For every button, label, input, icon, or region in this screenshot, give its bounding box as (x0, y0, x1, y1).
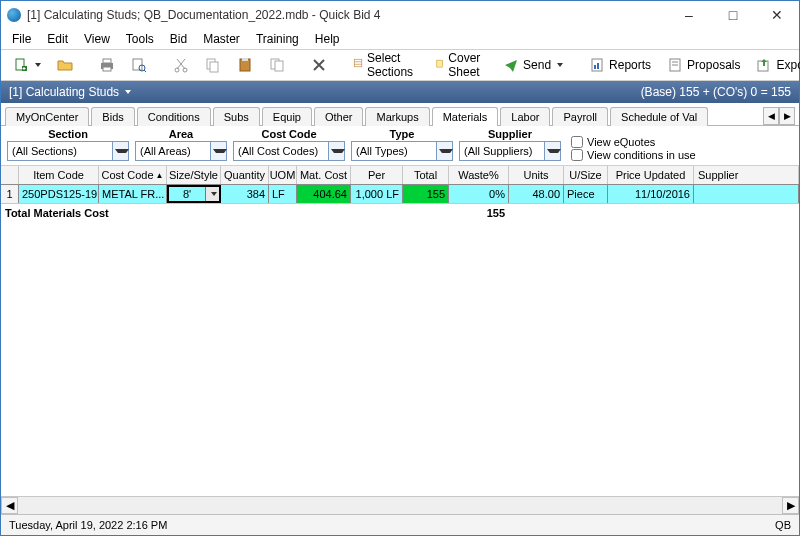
proposals-label: Proposals (687, 58, 740, 72)
cell-units[interactable]: 48.00 (509, 185, 564, 203)
select-sections-button[interactable]: Select Sections (347, 48, 425, 82)
menu-help[interactable]: Help (308, 30, 347, 48)
tab-labor[interactable]: Labor (500, 107, 550, 126)
filter-type-combo[interactable]: (All Types) (351, 141, 453, 161)
svg-rect-3 (103, 59, 111, 63)
tab-payroll[interactable]: Payroll (552, 107, 608, 126)
menu-training[interactable]: Training (249, 30, 306, 48)
row-number: 1 (1, 185, 19, 203)
cut-button[interactable] (167, 54, 195, 76)
col-price-updated[interactable]: Price Updated (608, 166, 694, 184)
col-size-style[interactable]: Size/Style (167, 166, 221, 184)
col-cost-code[interactable]: Cost Code▲ (99, 166, 167, 184)
cover-sheet-icon (435, 57, 444, 73)
tab-schedule-of-values[interactable]: Schedule of Val (610, 107, 708, 126)
chevron-down-icon[interactable] (210, 142, 226, 160)
cell-per[interactable]: 1,000 LF (351, 185, 403, 203)
tab-bids[interactable]: Bids (91, 107, 134, 126)
cell-uom[interactable]: LF (269, 185, 297, 203)
cell-mat-cost[interactable]: 404.64 (297, 185, 351, 203)
menu-view[interactable]: View (77, 30, 117, 48)
sections-icon (353, 57, 363, 73)
new-button[interactable] (7, 54, 47, 76)
tab-other[interactable]: Other (314, 107, 364, 126)
exports-button[interactable]: Exports (750, 54, 800, 76)
proposals-button[interactable]: Proposals (661, 54, 746, 76)
sort-asc-icon: ▲ (156, 171, 164, 180)
duplicate-button[interactable] (263, 54, 291, 76)
col-units[interactable]: Units (509, 166, 564, 184)
tab-materials[interactable]: Materials (432, 107, 499, 126)
menu-master[interactable]: Master (196, 30, 247, 48)
svg-line-7 (144, 70, 146, 72)
col-waste[interactable]: Waste% (449, 166, 509, 184)
menu-bid[interactable]: Bid (163, 30, 194, 48)
horizontal-scrollbar[interactable]: ◀ ▶ (1, 496, 799, 514)
col-total[interactable]: Total (403, 166, 449, 184)
maximize-button[interactable]: □ (711, 1, 755, 29)
bid-total-summary: (Base) 155 + (CO's) 0 = 155 (641, 85, 791, 99)
cover-sheet-button[interactable]: Cover Sheet (429, 48, 493, 82)
menu-file[interactable]: File (5, 30, 38, 48)
menu-edit[interactable]: Edit (40, 30, 75, 48)
tab-scroll-left[interactable]: ◀ (763, 107, 779, 125)
cell-supplier[interactable] (694, 185, 799, 203)
cell-price-updated[interactable]: 11/10/2016 (608, 185, 694, 203)
cell-total[interactable]: 155 (403, 185, 449, 203)
bid-summary-bar: [1] Calculating Studs (Base) 155 + (CO's… (1, 81, 799, 103)
paste-button[interactable] (231, 54, 259, 76)
filter-supplier-combo[interactable]: (All Suppliers) (459, 141, 561, 161)
col-usize[interactable]: U/Size (564, 166, 608, 184)
cell-item-code[interactable]: 250PDS125-19 (19, 185, 99, 203)
menu-tools[interactable]: Tools (119, 30, 161, 48)
col-item-code[interactable]: Item Code (19, 166, 99, 184)
close-button[interactable]: ✕ (755, 1, 799, 29)
tab-subs[interactable]: Subs (213, 107, 260, 126)
chevron-down-icon[interactable] (112, 142, 128, 160)
statusbar: Tuesday, April 19, 2022 2:16 PM QB (1, 514, 799, 535)
send-button[interactable]: Send (497, 54, 569, 76)
minimize-button[interactable]: – (667, 1, 711, 29)
chevron-down-icon[interactable] (328, 142, 344, 160)
scroll-left-button[interactable]: ◀ (1, 497, 18, 514)
preview-button[interactable] (125, 54, 153, 76)
cover-sheet-label: Cover Sheet (448, 51, 487, 79)
reports-button[interactable]: Reports (583, 54, 657, 76)
print-button[interactable] (93, 54, 121, 76)
tab-scroll-right[interactable]: ▶ (779, 107, 795, 125)
cell-quantity[interactable]: 384 (221, 185, 269, 203)
tab-myoncenter[interactable]: MyOnCenter (5, 107, 89, 126)
chevron-down-icon[interactable] (544, 142, 560, 160)
table-row[interactable]: 1 250PDS125-19 METAL FR... 8' 384 LF 404… (1, 185, 799, 204)
col-supplier[interactable]: Supplier (694, 166, 799, 184)
tab-markups[interactable]: Markups (365, 107, 429, 126)
cell-cost-code[interactable]: METAL FR... (99, 185, 167, 203)
chevron-down-icon[interactable] (125, 90, 131, 94)
scroll-right-button[interactable]: ▶ (782, 497, 799, 514)
view-equotes-checkbox[interactable]: View eQuotes (571, 136, 696, 148)
app-icon (7, 8, 21, 22)
chevron-down-icon[interactable] (205, 187, 219, 201)
col-quantity[interactable]: Quantity (221, 166, 269, 184)
cell-waste[interactable]: 0% (449, 185, 509, 203)
scroll-track[interactable] (18, 497, 782, 514)
tab-equip[interactable]: Equip (262, 107, 312, 126)
svg-rect-16 (354, 59, 362, 67)
view-conditions-checkbox[interactable]: View conditions in use (571, 149, 696, 161)
col-per[interactable]: Per (351, 166, 403, 184)
delete-button[interactable] (305, 54, 333, 76)
col-rownum[interactable] (1, 166, 19, 184)
cell-usize[interactable]: Piece (564, 185, 608, 203)
tab-conditions[interactable]: Conditions (137, 107, 211, 126)
cell-size-style[interactable]: 8' (167, 185, 221, 203)
chevron-down-icon[interactable] (436, 142, 452, 160)
filter-section-combo[interactable]: (All Sections) (7, 141, 129, 161)
copy-button[interactable] (199, 54, 227, 76)
col-uom[interactable]: UOM (269, 166, 297, 184)
filter-area-combo[interactable]: (All Areas) (135, 141, 227, 161)
proposals-icon (667, 57, 683, 73)
select-sections-label: Select Sections (367, 51, 419, 79)
open-button[interactable] (51, 54, 79, 76)
filter-costcode-combo[interactable]: (All Cost Codes) (233, 141, 345, 161)
col-mat-cost[interactable]: Mat. Cost (297, 166, 351, 184)
